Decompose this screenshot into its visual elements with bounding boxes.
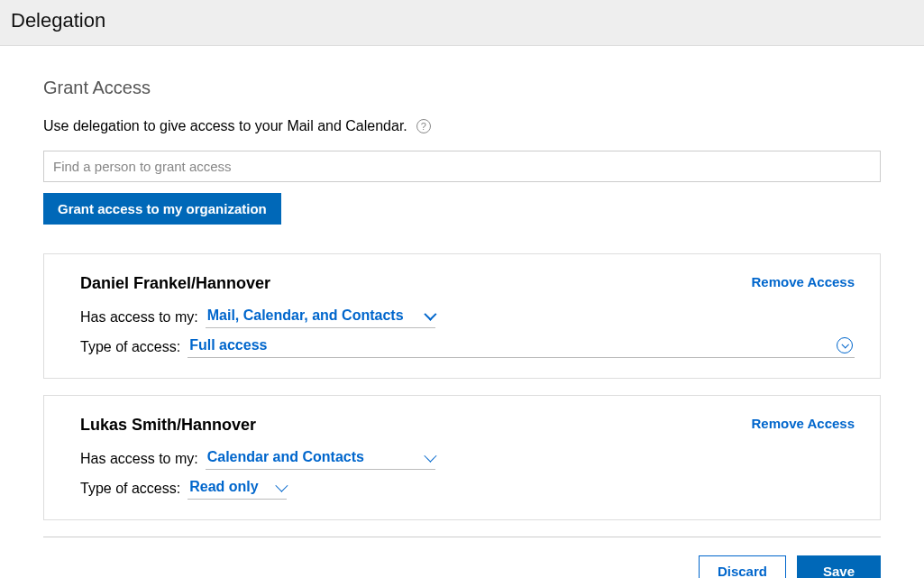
access-value: Read only [189, 479, 258, 495]
access-type-dropdown[interactable]: Read only [188, 477, 287, 500]
save-button[interactable]: Save [797, 555, 881, 578]
page-header: Delegation [0, 0, 924, 46]
help-icon[interactable]: ? [416, 119, 431, 133]
description-row: Use delegation to give access to your Ma… [43, 118, 881, 134]
access-row: Type of access: Read only [80, 477, 855, 500]
remove-access-link[interactable]: Remove Access [751, 274, 855, 289]
access-type-dropdown[interactable]: Full access [188, 335, 855, 358]
footer-buttons: Discard Save [43, 555, 881, 578]
access-row: Type of access: Full access [80, 335, 855, 358]
delegate-card-header: Daniel Frankel/Hannover Remove Access [80, 274, 855, 293]
delegate-name: Lukas Smith/Hannover [80, 416, 256, 435]
access-value: Full access [189, 337, 267, 353]
chevron-down-icon [276, 480, 288, 492]
type-access-label: Type of access: [80, 339, 180, 355]
grant-org-button[interactable]: Grant access to my organization [43, 193, 281, 225]
scope-value: Mail, Calendar, and Contacts [207, 307, 404, 324]
scope-value: Calendar and Contacts [207, 449, 364, 465]
chevron-down-icon [424, 450, 436, 463]
scope-dropdown[interactable]: Calendar and Contacts [206, 447, 435, 470]
has-access-label: Has access to my: [80, 309, 198, 326]
delegate-card: Daniel Frankel/Hannover Remove Access Ha… [43, 253, 881, 379]
scope-row: Has access to my: Mail, Calendar, and Co… [80, 306, 855, 328]
scope-dropdown[interactable]: Mail, Calendar, and Contacts [206, 306, 435, 328]
section-title: Grant Access [43, 78, 881, 98]
search-person-input[interactable] [43, 151, 881, 182]
page-title: Delegation [11, 9, 913, 32]
delegate-card: Lukas Smith/Hannover Remove Access Has a… [43, 395, 881, 520]
chevron-down-circle-icon [837, 337, 853, 353]
description-text: Use delegation to give access to your Ma… [43, 118, 407, 134]
delegate-card-header: Lukas Smith/Hannover Remove Access [80, 416, 855, 435]
has-access-label: Has access to my: [80, 451, 198, 467]
delegate-name: Daniel Frankel/Hannover [80, 274, 270, 293]
main-content: Grant Access Use delegation to give acce… [0, 46, 924, 578]
scope-row: Has access to my: Calendar and Contacts [80, 447, 855, 470]
discard-button[interactable]: Discard [699, 555, 786, 578]
type-access-label: Type of access: [80, 481, 180, 497]
chevron-down-icon [424, 308, 436, 321]
remove-access-link[interactable]: Remove Access [751, 416, 855, 431]
separator [43, 537, 881, 537]
